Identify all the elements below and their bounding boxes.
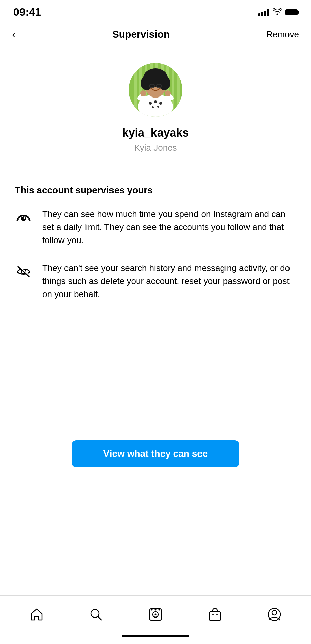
svg-marker-38 (18, 266, 30, 277)
home-bar (122, 635, 189, 637)
svg-point-30 (140, 90, 146, 96)
status-time: 09:41 (13, 6, 41, 18)
eye-off-icon (15, 263, 32, 280)
view-what-they-can-see-button[interactable]: View what they can see (72, 440, 239, 467)
page-title: Supervision (112, 29, 170, 40)
avatar (129, 63, 182, 117)
nav-reels[interactable] (145, 604, 166, 625)
svg-point-46 (151, 609, 152, 611)
svg-point-16 (159, 102, 162, 105)
svg-point-51 (216, 614, 218, 615)
can-see-text: They can see how much time you spend on … (42, 208, 296, 247)
section-title: This account supervises yours (15, 185, 296, 196)
svg-point-44 (154, 614, 156, 615)
nav-bar: ‹ Supervision Remove (0, 22, 311, 46)
back-button[interactable]: ‹ (12, 29, 15, 39)
nav-profile[interactable] (264, 604, 285, 625)
supervision-item-can-see: They can see how much time you spend on … (15, 208, 296, 247)
svg-point-14 (149, 102, 152, 105)
cannot-see-text: They can't see your search history and m… (42, 262, 296, 301)
supervision-section: This account supervises yours They can s… (0, 170, 311, 437)
avatar-image (129, 63, 182, 117)
status-bar: 09:41 (0, 0, 311, 22)
svg-point-25 (151, 84, 153, 88)
remove-button[interactable]: Remove (266, 29, 299, 40)
svg-rect-49 (210, 612, 220, 621)
profile-fullname: Kyia Jones (134, 143, 177, 153)
home-indicator (0, 631, 311, 644)
svg-point-31 (165, 90, 171, 96)
svg-line-39 (18, 267, 29, 277)
battery-icon (285, 9, 298, 15)
shop-icon (208, 607, 222, 622)
svg-point-18 (157, 106, 159, 108)
svg-point-17 (152, 106, 154, 108)
svg-point-50 (212, 614, 214, 615)
bottom-nav (0, 595, 311, 631)
supervision-item-cannot-see: They can't see your search history and m… (15, 262, 296, 301)
signal-icon (258, 9, 269, 16)
svg-point-48 (158, 609, 160, 611)
nav-home[interactable] (26, 604, 47, 625)
svg-point-15 (154, 100, 157, 103)
nav-shop[interactable] (204, 604, 226, 625)
status-icons (258, 8, 298, 17)
cta-section: View what they can see (0, 437, 311, 487)
home-icon (29, 607, 44, 622)
reels-icon (148, 607, 163, 622)
svg-point-35 (24, 217, 25, 219)
wifi-icon (273, 8, 282, 17)
svg-line-41 (98, 616, 101, 620)
profile-section: kyia_kayaks Kyia Jones (0, 46, 311, 170)
svg-point-34 (21, 216, 26, 221)
svg-point-53 (272, 610, 277, 615)
profile-username: kyia_kayaks (122, 126, 189, 139)
nav-search[interactable] (85, 604, 107, 625)
search-icon (89, 607, 103, 622)
svg-point-26 (158, 84, 160, 88)
svg-point-24 (146, 70, 165, 82)
eye-icon (15, 209, 32, 226)
profile-icon (267, 607, 282, 622)
svg-point-47 (154, 609, 156, 611)
